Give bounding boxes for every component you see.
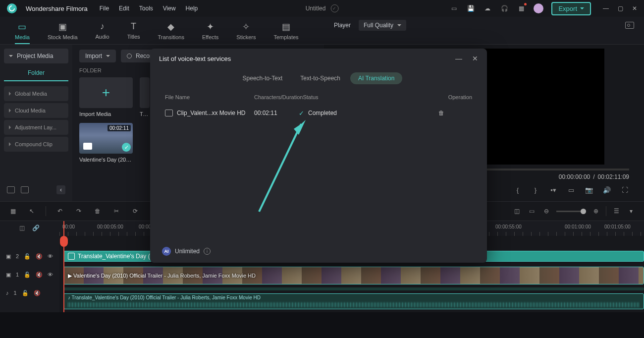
time-total: 00:02:11:09 xyxy=(598,173,629,180)
tab-transitions[interactable]: ◆Transitions xyxy=(158,21,184,40)
separator xyxy=(606,206,606,216)
close-button[interactable]: ✕ xyxy=(632,5,637,12)
app-name: Wondershare Filmora xyxy=(26,5,88,12)
tab-templates[interactable]: ▤Templates xyxy=(273,21,298,40)
video-audio-band xyxy=(59,287,644,290)
import-media-card[interactable]: + Import Media xyxy=(79,77,133,117)
crop-icon[interactable]: ◫ xyxy=(512,206,522,216)
quality-select[interactable]: Full Quality xyxy=(359,20,406,31)
zoom-out-icon[interactable]: ⊖ xyxy=(541,206,551,216)
audio-clip[interactable]: ♪ Translate_Valentine's Day (2010) Offic… xyxy=(63,293,644,309)
lock-icon[interactable]: 🔓 xyxy=(24,272,31,278)
delete-row-button[interactable]: 🗑 xyxy=(437,109,445,117)
tab-stock-media[interactable]: ▣Stock Media xyxy=(48,21,78,40)
project-media[interactable]: Project Media xyxy=(4,49,68,63)
marker-dropdown-icon[interactable]: ▪▾ xyxy=(549,185,558,194)
track-header-a1[interactable]: ♪1 🔓 🔇 xyxy=(0,285,59,300)
folder-icon[interactable] xyxy=(7,186,15,193)
apps-grid-icon[interactable]: ▦ xyxy=(517,4,526,13)
tab-titles[interactable]: TTitles xyxy=(127,21,140,40)
tab-stickers[interactable]: ✧Stickers xyxy=(236,21,256,40)
modal-table-header: File Name Characters/Duration Status Ope… xyxy=(150,91,487,103)
menu-help[interactable]: Help xyxy=(186,5,198,12)
player-bar: Player Full Quality xyxy=(324,17,644,34)
video-clip[interactable]: ▶ Valentine's Day (2010) Official Traile… xyxy=(63,267,644,284)
user-avatar[interactable] xyxy=(534,3,543,13)
camera-icon[interactable]: 📷 xyxy=(585,185,593,194)
duration-badge: 00:02:11 xyxy=(107,125,131,131)
col-filename: File Name xyxy=(165,94,254,100)
fit-icon[interactable]: ▭ xyxy=(527,206,537,216)
mute-icon[interactable]: 🔇 xyxy=(34,290,41,296)
volume-icon[interactable]: 🔊 xyxy=(602,185,611,194)
zoom-slider[interactable] xyxy=(556,211,586,212)
menu-tools[interactable]: Tools xyxy=(139,5,153,12)
eye-icon[interactable]: 👁 xyxy=(48,253,53,259)
chevron-down-icon xyxy=(106,55,110,57)
minimize-button[interactable]: — xyxy=(603,5,609,12)
tab-effects[interactable]: ✦Effects xyxy=(202,21,218,40)
track-v1[interactable]: ▶ Valentine's Day (2010) Official Traile… xyxy=(59,265,644,286)
mute-icon[interactable]: 🔇 xyxy=(36,253,43,260)
folder-tab[interactable]: Folder xyxy=(4,65,68,81)
grid-icon[interactable]: ▦ xyxy=(8,206,18,216)
collapse-sidebar-button[interactable]: ‹ xyxy=(56,185,65,194)
sidebar-global-media[interactable]: Global Media xyxy=(4,86,68,101)
transition-card-partial[interactable]: Trans xyxy=(140,77,150,117)
stickers-icon: ✧ xyxy=(242,21,250,32)
delete-icon[interactable]: 🗑 xyxy=(93,206,103,216)
sidebar-adjustment-layer[interactable]: Adjustment Lay... xyxy=(4,120,68,135)
undo-icon[interactable]: ↶ xyxy=(55,206,65,216)
auto-icon[interactable]: ◫ xyxy=(19,225,27,232)
tab-ai-translation[interactable]: AI Translation xyxy=(350,72,402,84)
cloud-sync-icon[interactable] xyxy=(330,4,338,12)
redo-icon[interactable]: ↷ xyxy=(74,206,84,216)
tab-text-to-speech[interactable]: Text-to-Speech xyxy=(292,72,348,84)
save-icon[interactable]: 💾 xyxy=(466,4,475,13)
lock-icon[interactable]: 🔓 xyxy=(22,290,29,296)
display-out-icon[interactable]: ▭ xyxy=(567,185,576,194)
menu-edit[interactable]: Edit xyxy=(119,5,129,12)
fullscreen-icon[interactable]: ⛶ xyxy=(620,185,629,194)
tab-media[interactable]: ▭Media xyxy=(15,21,30,40)
playhead[interactable] xyxy=(63,221,64,312)
split-icon[interactable]: ✂ xyxy=(111,206,121,216)
menu-view[interactable]: View xyxy=(163,5,176,12)
brace-left-icon[interactable]: { xyxy=(513,185,522,194)
modal-minimize-button[interactable]: — xyxy=(455,55,462,62)
list-view-icon[interactable]: ☰ xyxy=(611,206,621,216)
cursor-icon[interactable]: ↖ xyxy=(27,206,37,216)
options-caret-icon[interactable]: ▾ xyxy=(626,206,636,216)
zoom-thumb[interactable] xyxy=(581,209,586,214)
mute-icon[interactable]: 🔇 xyxy=(36,272,43,278)
import-label: Import Media xyxy=(79,111,133,117)
zoom-in-icon[interactable]: ⊕ xyxy=(591,206,601,216)
sidebar-compound-clip[interactable]: Compound Clip xyxy=(4,137,68,152)
headset-icon[interactable]: 🎧 xyxy=(500,4,509,13)
tab-speech-to-text[interactable]: Speech-to-Text xyxy=(235,72,291,84)
snapshot-icon[interactable] xyxy=(625,22,634,29)
lock-icon[interactable]: 🔓 xyxy=(24,253,31,260)
track-header-v1[interactable]: ▣1 🔓 🔇 👁 xyxy=(0,264,59,285)
tab-audio[interactable]: ♪Audio xyxy=(96,21,109,40)
track-header-v2[interactable]: ▣2 🔓 🔇 👁 xyxy=(0,249,59,264)
display-icon[interactable]: ▭ xyxy=(449,4,458,13)
speed-icon[interactable]: ⟳ xyxy=(130,206,140,216)
new-folder-icon[interactable] xyxy=(21,186,29,193)
stock-icon: ▣ xyxy=(58,21,67,32)
export-button[interactable]: Export xyxy=(551,2,591,15)
menu-file[interactable]: File xyxy=(100,5,109,12)
clip-card[interactable]: 00:02:11 ✓ Valentine's Day (2010)... xyxy=(79,123,133,163)
info-icon[interactable]: i xyxy=(204,248,211,255)
track-a1[interactable]: ♪ Translate_Valentine's Day (2010) Offic… xyxy=(59,291,644,311)
modal-close-button[interactable]: ✕ xyxy=(472,55,478,62)
sidebar-cloud-media[interactable]: Cloud Media xyxy=(4,103,68,118)
eye-icon[interactable]: 👁 xyxy=(48,272,53,278)
link-icon[interactable]: 🔗 xyxy=(32,225,40,232)
maximize-button[interactable]: ▢ xyxy=(618,5,623,12)
cloud-upload-icon[interactable]: ☁ xyxy=(483,4,492,13)
cell-duration: 00:02:11 xyxy=(254,110,299,116)
brace-right-icon[interactable]: } xyxy=(531,185,540,194)
import-dropdown[interactable]: Import xyxy=(79,50,116,62)
voice-text-modal: List of voice-text services — ✕ Speech-t… xyxy=(150,49,487,263)
